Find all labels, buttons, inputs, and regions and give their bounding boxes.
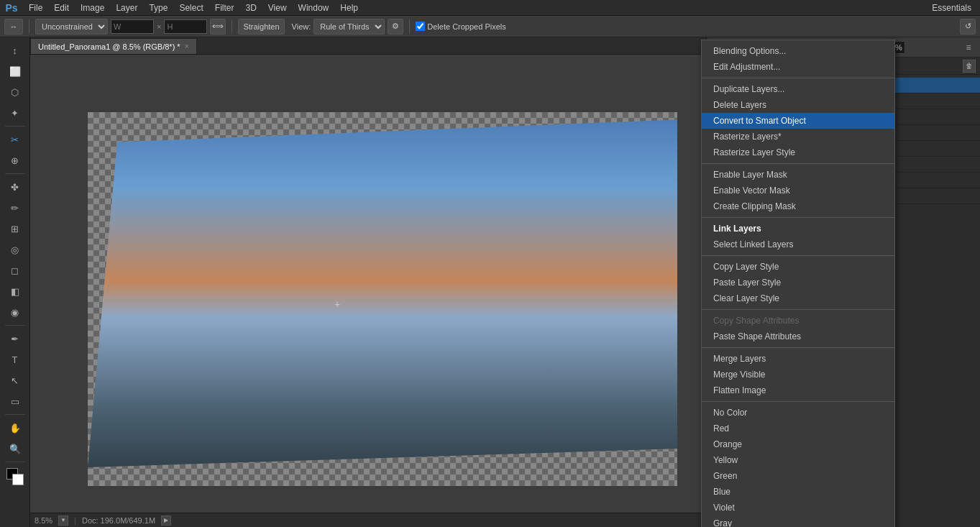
swap-dimensions-btn[interactable]: ⟺ [210, 19, 226, 35]
ctx-item-no-color[interactable]: No Color [702, 405, 894, 421]
tool-separator-4 [5, 414, 25, 415]
menu-edit[interactable]: Edit [48, 1, 75, 14]
color-swatches[interactable] [6, 468, 24, 485]
tool-shape[interactable]: ▭ [4, 391, 26, 411]
height-input[interactable] [164, 19, 207, 34]
tool-path-select[interactable]: ↖ [4, 370, 26, 390]
ctx-item-select-linked-layers[interactable]: Select Linked Layers [702, 237, 894, 252]
ctx-separator-after-flatten-image [702, 401, 894, 402]
zoom-level: 8.5% [35, 516, 52, 525]
panel-options-btn[interactable]: ≡ [961, 40, 976, 55]
tool-clone[interactable]: ⊞ [4, 219, 26, 239]
tool-move[interactable]: ↕ [4, 40, 26, 60]
view-label: View: [292, 22, 311, 31]
ctx-item-merge-visible[interactable]: Merge Visible [702, 367, 894, 382]
tool-eyedropper[interactable]: ⊕ [4, 150, 26, 170]
status-bar: 8.5% ▼ | Doc: 196.0M/649.1M ▶ [30, 513, 706, 527]
ctx-item-convert-to-smart-object[interactable]: Convert to Smart Object [702, 113, 894, 129]
tool-separator-1 [5, 126, 25, 127]
menu-view[interactable]: View [262, 1, 293, 14]
tool-pen[interactable]: ✒ [4, 329, 26, 349]
tool-heal[interactable]: ✤ [4, 177, 26, 197]
ctx-item-violet[interactable]: Violet [702, 500, 894, 515]
delete-layer-btn[interactable]: 🗑 [963, 60, 976, 73]
ctx-item-rasterize-layer-style[interactable]: Rasterize Layer Style [702, 145, 894, 160]
menu-image[interactable]: Image [75, 1, 110, 14]
move-tool-btn[interactable]: ↔ [4, 19, 23, 35]
tool-eraser[interactable]: ◻ [4, 260, 26, 280]
menu-filter[interactable]: Filter [209, 1, 240, 14]
tool-brush[interactable]: ✏ [4, 198, 26, 218]
tab-close-btn[interactable]: × [185, 42, 189, 50]
ctx-item-gray[interactable]: Gray [702, 515, 894, 527]
ctx-item-paste-shape-attributes[interactable]: Paste Shape Attributes [702, 329, 894, 344]
canvas-area[interactable]: + [30, 55, 706, 527]
ctx-separator-after-select-linked-layers [702, 255, 894, 256]
tool-crop[interactable]: ✂ [4, 129, 26, 150]
menu-file[interactable]: File [23, 1, 48, 14]
canvas-image [88, 112, 677, 486]
undo-btn[interactable]: ↺ [960, 19, 976, 35]
tool-hand[interactable]: ✋ [4, 418, 26, 438]
ctx-item-edit-adjustment[interactable]: Edit Adjustment... [702, 59, 894, 75]
width-input[interactable] [111, 19, 154, 34]
panorama-image [88, 112, 677, 486]
zoom-dropdown-btn[interactable]: ▼ [58, 515, 68, 526]
ctx-item-blending-options[interactable]: Blending Options... [702, 43, 894, 59]
ctx-item-merge-layers[interactable]: Merge Layers [702, 351, 894, 367]
ctx-separator-after-clear-layer-style [702, 309, 894, 310]
ctx-separator-after-create-clipping-mask [702, 217, 894, 218]
essentials-label[interactable]: Essentials [926, 1, 977, 14]
crop-mode-select[interactable]: Unconstrained [35, 19, 108, 35]
tool-separator-5 [5, 462, 25, 462]
ctx-item-rasterize-layers[interactable]: Rasterize Layers* [702, 129, 894, 145]
tool-type[interactable]: T [4, 349, 26, 370]
ctx-item-orange[interactable]: Orange [702, 436, 894, 452]
ctx-item-delete-layers[interactable]: Delete Layers [702, 97, 894, 113]
tool-marquee[interactable]: ⬜ [4, 61, 26, 81]
ctx-item-copy-shape-attributes: Copy Shape Attributes [702, 313, 894, 329]
ctx-item-clear-layer-style[interactable]: Clear Layer Style [702, 290, 894, 306]
ctx-separator-after-edit-adjustment [702, 78, 894, 78]
ctx-item-flatten-image[interactable]: Flatten Image [702, 382, 894, 398]
menu-select[interactable]: Select [173, 1, 209, 14]
ctx-item-copy-layer-style[interactable]: Copy Layer Style [702, 259, 894, 275]
ctx-item-red[interactable]: Red [702, 421, 894, 436]
tool-gradient[interactable]: ◧ [4, 281, 26, 301]
ctx-item-blue[interactable]: Blue [702, 484, 894, 500]
toolbar-separator-2 [232, 19, 232, 34]
doc-info-dropdown-btn[interactable]: ▶ [161, 515, 171, 526]
view-select[interactable]: Rule of Thirds [313, 19, 385, 35]
tool-dodge[interactable]: ◉ [4, 302, 26, 322]
active-tab[interactable]: Untitled_Panorama1 @ 8.5% (RGB/8*) * × [30, 38, 197, 54]
tool-zoom[interactable]: 🔍 [4, 439, 26, 459]
menu-help[interactable]: Help [334, 1, 364, 14]
dimension-separator: × [157, 22, 161, 31]
ctx-separator-after-rasterize-layer-style [702, 163, 894, 164]
delete-cropped-checkbox-label[interactable]: Delete Cropped Pixels [416, 22, 505, 31]
ctx-item-enable-vector-mask[interactable]: Enable Vector Mask [702, 183, 894, 198]
ps-logo: Ps [3, 0, 20, 16]
straighten-btn[interactable]: Straighten [238, 19, 284, 35]
ctx-item-green[interactable]: Green [702, 468, 894, 484]
menu-layer[interactable]: Layer [110, 1, 143, 14]
delete-cropped-checkbox[interactable] [416, 22, 425, 31]
ctx-separator-after-paste-shape-attributes [702, 347, 894, 348]
toolbar-separator-1 [29, 19, 29, 34]
ctx-item-yellow[interactable]: Yellow [702, 452, 894, 468]
ctx-item-link-layers[interactable]: Link Layers [702, 221, 894, 237]
ctx-item-enable-layer-mask[interactable]: Enable Layer Mask [702, 167, 894, 183]
top-toolbar: ↔ Unconstrained × ⟺ Straighten View: Rul… [0, 16, 980, 37]
menu-window[interactable]: Window [293, 1, 335, 14]
tool-history-brush[interactable]: ◎ [4, 239, 26, 260]
tool-magic-wand[interactable]: ✦ [4, 103, 26, 123]
ctx-item-paste-layer-style[interactable]: Paste Layer Style [702, 275, 894, 290]
ctx-item-duplicate-layers[interactable]: Duplicate Layers... [702, 81, 894, 97]
tab-title: Untitled_Panorama1 @ 8.5% (RGB/8*) * [38, 42, 180, 51]
view-settings-btn[interactable]: ⚙ [388, 19, 403, 35]
menu-3d[interactable]: 3D [239, 1, 262, 14]
menu-type[interactable]: Type [143, 1, 173, 14]
ctx-item-create-clipping-mask[interactable]: Create Clipping Mask [702, 198, 894, 214]
tool-lasso[interactable]: ⬡ [4, 82, 26, 102]
left-tool-panel: ↕ ⬜ ⬡ ✦ ✂ ⊕ ✤ ✏ ⊞ ◎ ◻ ◧ ◉ ✒ T ↖ ▭ ✋ 🔍 [0, 37, 30, 527]
